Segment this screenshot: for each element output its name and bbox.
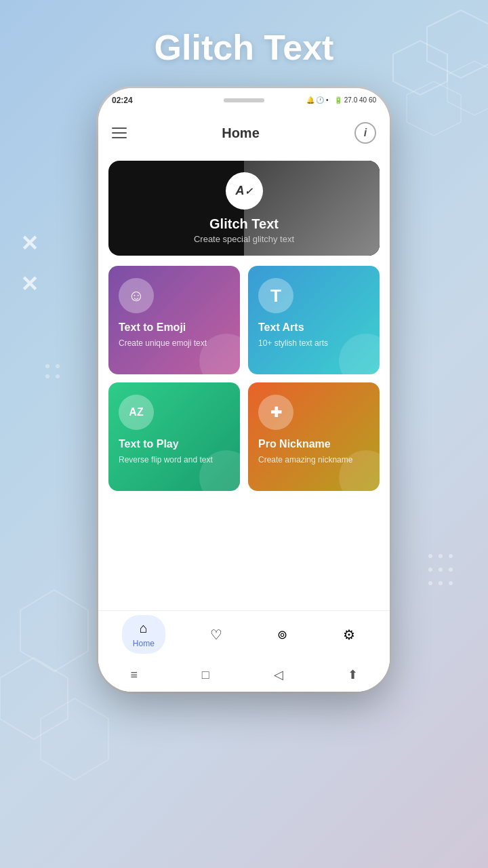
card-deco xyxy=(339,334,380,374)
play-icon-symbol: AZ xyxy=(129,406,143,418)
emoji-card-title: Text to Emoji xyxy=(119,321,186,334)
card-text-arts[interactable]: T Text Arts 10+ stylish text arts xyxy=(248,266,380,374)
card-pro-nickname[interactable]: ✚ Pro Nickname Create amazing nickname xyxy=(248,382,380,491)
android-home-button[interactable]: □ xyxy=(202,668,209,682)
home-nav-label: Home xyxy=(133,639,155,648)
phone-frame: 02:24 🔔 🕐 • 🔋 27.0 40 60 Home i xyxy=(98,88,390,692)
play-card-icon: AZ xyxy=(119,395,154,430)
main-scroll-area[interactable]: A✓ Glitch Text Create special glitchy te… xyxy=(98,154,390,610)
nickname-card-icon: ✚ xyxy=(258,395,293,430)
feature-cards-grid: ☺ Text to Emoji Create unique emoji text… xyxy=(108,266,380,491)
arts-card-subtitle: 10+ stylish text arts xyxy=(258,338,328,349)
status-time: 02:24 xyxy=(112,96,133,105)
android-navigation-bar: ≡ □ ◁ ⬆ xyxy=(98,658,390,692)
page-title: Home xyxy=(222,125,260,141)
card-text-to-play[interactable]: AZ Text to Play Reverse flip word and te… xyxy=(108,382,240,491)
svg-point-14 xyxy=(439,581,443,585)
svg-point-18 xyxy=(45,374,49,378)
banner-icon: A✓ xyxy=(226,172,263,210)
svg-point-7 xyxy=(428,554,432,558)
android-assist-button[interactable]: ⬆ xyxy=(348,667,358,682)
banner-icon-text: A✓ xyxy=(236,184,253,198)
svg-point-13 xyxy=(428,581,432,585)
svg-point-15 xyxy=(449,581,453,585)
favorites-nav-icon: ♡ xyxy=(210,627,222,643)
svg-point-8 xyxy=(439,554,443,558)
nickname-card-title: Pro Nickname xyxy=(258,438,331,450)
explore-nav-icon: ⊚ xyxy=(277,627,287,642)
hamburger-line-3 xyxy=(112,137,127,138)
bottom-navigation: ⌂ Home ♡ ⊚ ⚙ xyxy=(98,610,390,658)
info-icon-label: i xyxy=(364,127,367,139)
arts-icon-symbol: T xyxy=(270,285,281,307)
nav-home[interactable]: ⌂ Home xyxy=(122,615,165,654)
svg-marker-1 xyxy=(427,10,488,78)
arts-card-title: Text Arts xyxy=(258,321,304,334)
svg-marker-3 xyxy=(407,81,461,136)
svg-marker-5 xyxy=(0,658,68,739)
banner-subtitle: Create special glitchy text xyxy=(194,234,294,244)
android-menu-button[interactable]: ≡ xyxy=(130,668,138,682)
cross-decoration-2: ✕ xyxy=(20,271,39,297)
svg-marker-2 xyxy=(447,61,488,115)
svg-point-17 xyxy=(56,364,60,368)
nickname-icon-symbol: ✚ xyxy=(270,404,282,420)
android-back-button[interactable]: ◁ xyxy=(274,667,283,682)
emoji-card-icon: ☺ xyxy=(119,278,154,313)
svg-point-11 xyxy=(439,568,443,572)
hamburger-line-2 xyxy=(112,132,127,134)
svg-point-16 xyxy=(45,364,49,368)
background-title: Glitch Text xyxy=(155,27,334,68)
svg-point-12 xyxy=(449,568,453,572)
hamburger-button[interactable] xyxy=(112,127,127,138)
info-button[interactable]: i xyxy=(354,122,376,144)
card-text-to-emoji[interactable]: ☺ Text to Emoji Create unique emoji text xyxy=(108,266,240,374)
app-content: Home i A✓ Glitch Text Create special gli… xyxy=(98,112,390,692)
play-card-subtitle: Reverse flip word and text xyxy=(119,454,213,466)
emoji-card-subtitle: Create unique emoji text xyxy=(119,338,207,349)
cross-decoration-1: ✕ xyxy=(20,231,39,256)
svg-point-10 xyxy=(428,568,432,572)
svg-point-19 xyxy=(56,374,60,378)
banner-content: A✓ Glitch Text Create special glitchy te… xyxy=(108,161,380,256)
svg-point-9 xyxy=(449,554,453,558)
arts-card-icon: T xyxy=(258,278,293,313)
home-nav-icon: ⌂ xyxy=(140,620,148,636)
nav-favorites[interactable]: ♡ xyxy=(199,621,233,648)
nav-settings[interactable]: ⚙ xyxy=(332,621,366,648)
svg-marker-0 xyxy=(393,41,447,95)
status-icons: 🔔 🕐 • 🔋 27.0 40 60 xyxy=(306,96,376,104)
hamburger-line-1 xyxy=(112,127,127,129)
svg-marker-6 xyxy=(41,698,108,780)
banner-title: Glitch Text xyxy=(209,216,279,232)
settings-nav-icon: ⚙ xyxy=(343,627,355,643)
nickname-card-subtitle: Create amazing nickname xyxy=(258,454,352,466)
glitch-text-banner[interactable]: A✓ Glitch Text Create special glitchy te… xyxy=(108,161,380,256)
svg-marker-4 xyxy=(20,590,88,671)
nav-explore[interactable]: ⊚ xyxy=(266,622,298,648)
app-header: Home i xyxy=(98,112,390,154)
phone-speaker xyxy=(224,98,264,102)
play-card-title: Text to Play xyxy=(119,438,179,450)
emoji-icon-symbol: ☺ xyxy=(128,286,145,305)
